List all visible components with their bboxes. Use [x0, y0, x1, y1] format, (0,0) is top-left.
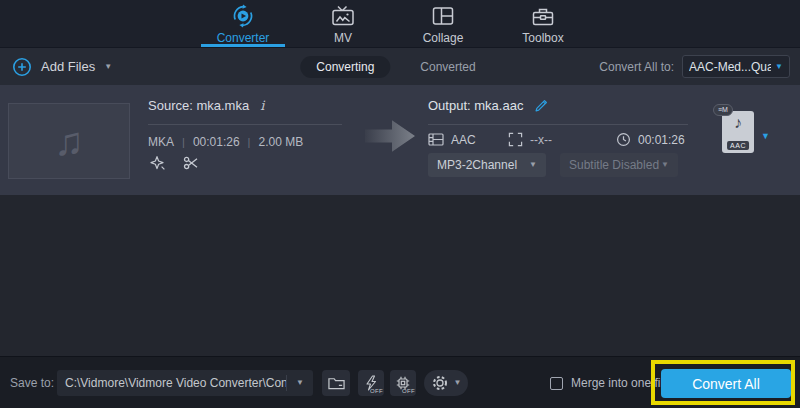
- chevron-down-icon: ▼: [775, 63, 783, 71]
- save-path-dropdown[interactable]: C:\Vidmore\Vidmore Video Converter\Conve…: [57, 370, 313, 396]
- convert-all-to-label: Convert All to:: [599, 60, 674, 74]
- tab-converter[interactable]: Converter: [202, 0, 284, 47]
- high-speed-off-label: OFF: [370, 388, 383, 394]
- output-title: Output: mka.aac: [428, 98, 549, 113]
- convert-all-to-group: Convert All to: AAC-Med...Quality ▼: [599, 48, 790, 85]
- merge-checkbox[interactable]: [550, 377, 563, 390]
- tab-converter-label: Converter: [217, 31, 270, 45]
- source-divider: [148, 124, 342, 125]
- file-card: ♪ AAC: [722, 111, 754, 153]
- output-filename: Output: mka.aac: [428, 98, 523, 113]
- audio-track-value: MP3-2Channel: [437, 158, 529, 172]
- tab-mv[interactable]: MV: [302, 0, 384, 47]
- folder-icon: [328, 376, 345, 390]
- output-resolution-text: --x--: [530, 133, 552, 147]
- separator: |: [248, 136, 251, 148]
- output-info-row: AAC --x-- 00:01:26: [428, 132, 690, 149]
- tab-converted[interactable]: Converted: [420, 60, 475, 74]
- save-to-label: Save to:: [10, 376, 54, 390]
- subtitle-value: Subtitle Disabled: [569, 158, 661, 172]
- format-badge: ≡M: [713, 104, 733, 116]
- tab-collage[interactable]: Collage: [402, 0, 484, 47]
- footer-bar: Save to: C:\Vidmore\Vidmore Video Conver…: [0, 356, 800, 408]
- merge-label: Merge into one file: [571, 376, 670, 390]
- chevron-down-icon: ▼: [287, 379, 313, 387]
- hardware-off-label: OFF: [402, 388, 415, 394]
- gear-icon: [431, 374, 449, 392]
- file-list-empty-area: [0, 195, 800, 356]
- resolution-icon: [508, 132, 523, 147]
- source-title: Source: mka.mka i: [148, 98, 264, 113]
- film-icon: [428, 132, 444, 147]
- output-format-group: AAC: [428, 132, 476, 147]
- collage-icon: [431, 4, 455, 28]
- tab-toolbox[interactable]: Toolbox: [502, 0, 584, 47]
- output-format-value: AAC-Med...Quality: [689, 60, 771, 74]
- output-format-dropdown[interactable]: AAC-Med...Quality ▼: [682, 55, 790, 78]
- chevron-down-icon: ▼: [661, 161, 669, 169]
- output-duration-text: 00:01:26: [638, 133, 685, 147]
- merge-option: Merge into one file: [550, 357, 670, 408]
- output-divider: [428, 124, 688, 125]
- output-format-text: AAC: [451, 133, 476, 147]
- chevron-down-icon: ▼: [454, 379, 462, 387]
- magic-star-icon: [150, 155, 166, 171]
- hardware-acceleration-button[interactable]: OFF: [390, 370, 416, 396]
- toolbox-icon: [531, 4, 555, 28]
- vidmore-converter-window: Converter MV: [0, 0, 800, 408]
- mv-icon: [331, 4, 355, 28]
- edit-tools: [150, 155, 199, 171]
- save-path-value: C:\Vidmore\Vidmore Video Converter\Conve…: [57, 376, 286, 390]
- converter-icon: [231, 4, 255, 28]
- output-format-thumbnail[interactable]: ♪ AAC ≡M: [722, 111, 754, 153]
- format-label: AAC: [727, 141, 749, 150]
- source-duration: 00:01:26: [193, 135, 240, 149]
- tab-collage-label: Collage: [423, 31, 464, 45]
- source-size: 2.00 MB: [258, 135, 303, 149]
- settings-button[interactable]: ▼: [424, 370, 468, 396]
- tab-converting[interactable]: Converting: [300, 56, 390, 78]
- edit-effects-button[interactable]: [150, 155, 166, 171]
- output-resolution-group: --x--: [508, 132, 552, 147]
- open-folder-button[interactable]: [322, 370, 350, 396]
- queue-tabs: Converting Converted: [300, 48, 475, 85]
- high-speed-toggle-button[interactable]: OFF: [358, 370, 384, 396]
- add-files-label: Add Files: [41, 59, 95, 74]
- chevron-down-icon: ▼: [529, 161, 537, 169]
- format-caret-icon[interactable]: ▼: [761, 132, 770, 141]
- conversion-arrow: [365, 119, 415, 153]
- audio-track-dropdown[interactable]: MP3-2Channel ▼: [428, 153, 546, 177]
- rename-pencil-icon[interactable]: [534, 98, 549, 113]
- tab-mv-label: MV: [334, 31, 352, 45]
- music-note-icon: ♫: [54, 121, 84, 161]
- info-icon[interactable]: i: [260, 98, 264, 113]
- source-meta: MKA | 00:01:26 | 2.00 MB: [148, 135, 303, 149]
- add-files-button[interactable]: Add Files ▼: [12, 48, 112, 85]
- output-duration-group: 00:01:26: [616, 132, 685, 147]
- main-nav-tabs: Converter MV: [0, 0, 800, 47]
- file-toolbar: Add Files ▼ Converting Converted Convert…: [0, 48, 800, 85]
- cut-button[interactable]: [183, 155, 199, 171]
- media-thumbnail: ♫: [8, 103, 130, 179]
- convert-all-button[interactable]: Convert All: [661, 369, 791, 398]
- main-nav: Converter MV: [0, 0, 800, 48]
- clock-icon: [616, 132, 631, 147]
- source-filename: Source: mka.mka: [148, 98, 249, 113]
- add-files-caret-icon[interactable]: ▼: [104, 63, 112, 71]
- source-format: MKA: [148, 135, 174, 149]
- subtitle-dropdown[interactable]: Subtitle Disabled ▼: [560, 153, 678, 177]
- plus-circle-icon: [12, 57, 32, 77]
- separator: |: [182, 136, 185, 148]
- tab-toolbox-label: Toolbox: [522, 31, 563, 45]
- scissors-icon: [183, 155, 199, 171]
- file-list-item: ♫ Source: mka.mka i MKA | 00:01:26 | 2.0…: [0, 85, 800, 195]
